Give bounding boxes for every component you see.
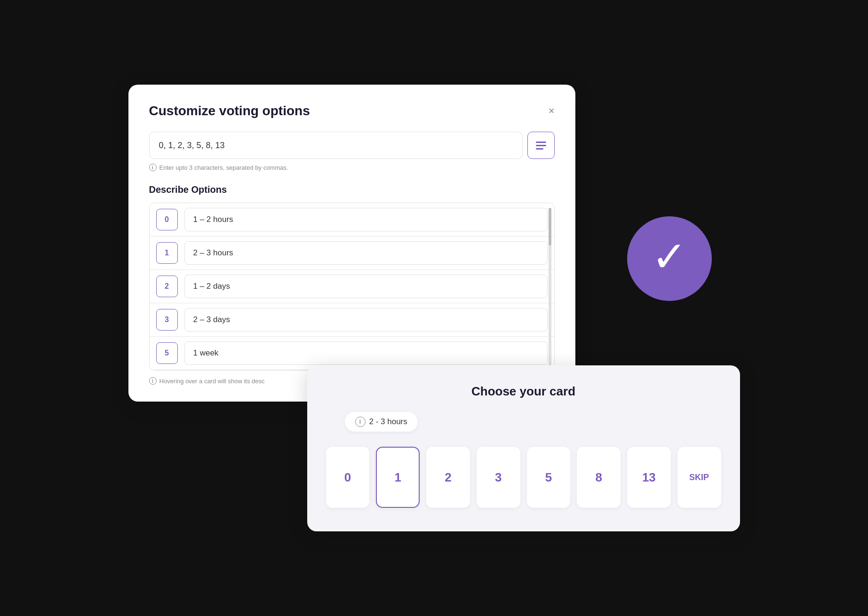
customize-voting-modal: Customize voting options × i Enter upto … xyxy=(128,85,575,402)
option-row[interactable]: 1 2 – 3 hours xyxy=(150,237,554,270)
choose-card-title: Choose your card xyxy=(326,384,721,399)
lines-button[interactable] xyxy=(527,132,555,159)
voting-card[interactable]: 5 xyxy=(527,447,571,508)
info-icon: i xyxy=(149,164,157,171)
options-list: 0 1 – 2 hours 1 2 – 3 hours 2 1 – 2 days… xyxy=(149,203,555,371)
scrollbar-thumb[interactable] xyxy=(549,208,551,245)
lines-icon xyxy=(536,142,546,150)
voting-card[interactable]: 8 xyxy=(577,447,621,508)
option-badge: 5 xyxy=(156,342,178,364)
option-row[interactable]: 3 2 – 3 days xyxy=(150,303,554,337)
voting-card[interactable]: 1 xyxy=(376,447,420,508)
option-label[interactable]: 1 – 2 days xyxy=(184,275,548,298)
tooltip-pill: i 2 - 3 hours xyxy=(345,412,418,432)
option-badge: 0 xyxy=(156,209,178,230)
close-button[interactable]: × xyxy=(549,106,555,116)
modal-title: Customize voting options xyxy=(149,103,310,118)
scrollbar[interactable] xyxy=(549,208,551,365)
input-row xyxy=(149,132,555,159)
option-label[interactable]: 2 – 3 hours xyxy=(184,241,548,265)
choose-card-modal: Choose your card i 2 - 3 hours 01235813S… xyxy=(307,365,740,531)
voting-options-input[interactable] xyxy=(149,132,523,159)
voting-card[interactable]: 0 xyxy=(326,447,370,508)
option-badge: 1 xyxy=(156,242,178,264)
cards-row: 01235813SKIP xyxy=(326,447,721,508)
voting-card[interactable]: 2 xyxy=(426,447,470,508)
voting-card[interactable]: 3 xyxy=(477,447,520,508)
skip-card[interactable]: SKIP xyxy=(677,447,721,508)
modal-header: Customize voting options × xyxy=(149,103,555,118)
option-badge: 3 xyxy=(156,309,178,331)
section-title: Describe Options xyxy=(149,184,555,195)
option-label[interactable]: 1 – 2 hours xyxy=(184,208,548,231)
tooltip-text: 2 - 3 hours xyxy=(369,417,407,426)
option-row[interactable]: 2 1 – 2 days xyxy=(150,270,554,303)
voting-card[interactable]: 13 xyxy=(627,447,671,508)
option-badge: 2 xyxy=(156,276,178,297)
option-label[interactable]: 1 week xyxy=(184,341,548,365)
checkmark-circle: ✓ xyxy=(627,216,712,301)
tooltip-info-icon: i xyxy=(355,417,366,427)
option-label[interactable]: 2 – 3 days xyxy=(184,308,548,332)
input-hint: i Enter upto 3 characters, separated by … xyxy=(149,164,555,171)
info-icon-2: i xyxy=(149,377,157,385)
check-icon: ✓ xyxy=(652,236,687,278)
option-row[interactable]: 0 1 – 2 hours xyxy=(150,203,554,237)
